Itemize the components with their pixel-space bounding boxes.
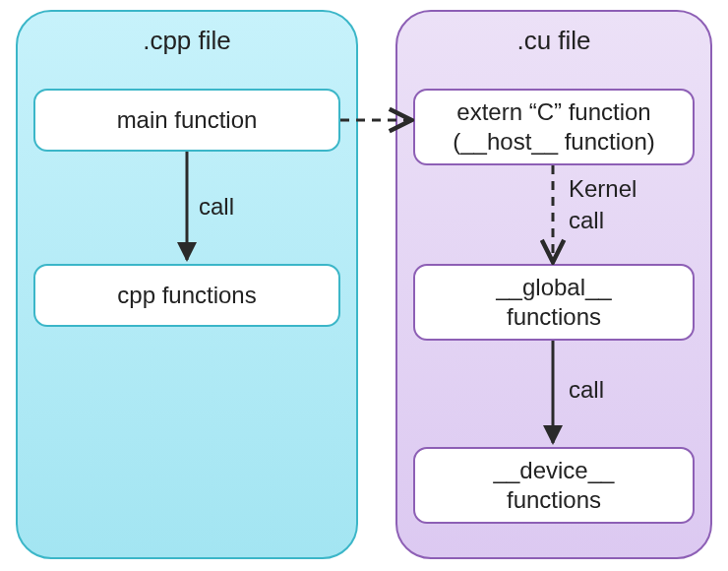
device-functions-box: __device__ functions	[413, 447, 695, 524]
global-functions-box: __global__ functions	[413, 264, 695, 341]
device-line2: functions	[507, 485, 601, 515]
edge-label-kernel: Kernel	[569, 175, 637, 203]
extern-c-line1: extern “C” function	[456, 97, 650, 127]
extern-c-line2: (__host__ function)	[453, 127, 654, 157]
edge-label-call-device: call	[569, 376, 604, 404]
device-line1: __device__	[494, 456, 615, 485]
cpp-functions-box: cpp functions	[33, 264, 340, 327]
extern-c-function-box: extern “C” function (__host__ function)	[413, 89, 695, 165]
cpp-functions-label: cpp functions	[117, 281, 256, 310]
edge-label-call-cpp: call	[199, 193, 234, 221]
cu-file-title: .cu file	[397, 26, 710, 56]
main-function-label: main function	[117, 105, 258, 135]
main-function-box: main function	[33, 89, 340, 152]
global-line2: functions	[507, 302, 601, 332]
global-line1: __global__	[496, 273, 611, 302]
cpp-file-title: .cpp file	[18, 26, 356, 56]
edge-label-kernel-call: call	[569, 207, 604, 234]
